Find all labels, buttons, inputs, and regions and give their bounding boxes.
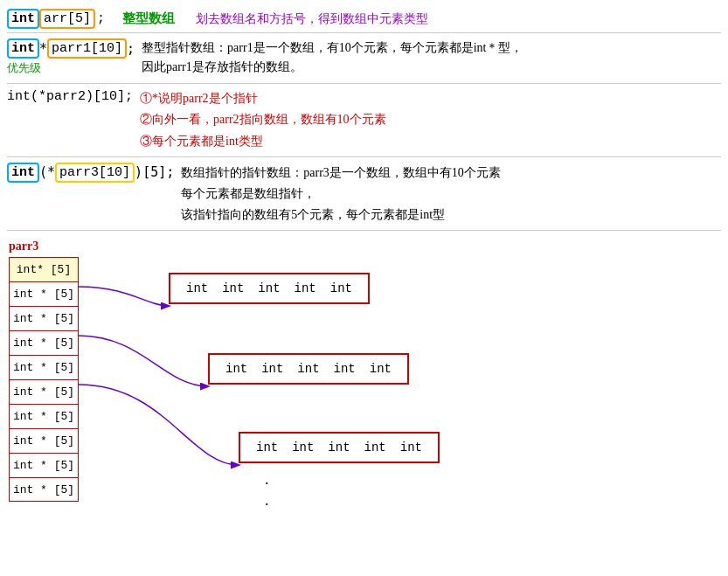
row3: int(*parr2)[10]; ①*说明parr2是个指针 ②向外一看，par…: [7, 84, 721, 157]
kw-int-2: int: [7, 38, 39, 59]
parr3-inner: parr3[10]: [55, 163, 135, 183]
star-1: *: [39, 41, 47, 57]
row1: int arr[5] ; 整型数组 划去数组名和方括号，得到数组中元素类型: [7, 5, 721, 33]
row3-item1: ①*说明parr2是个指针: [140, 89, 386, 108]
semicolon-1: ;: [97, 11, 105, 26]
code-parr3: int ( * parr3[10] ) [5];: [7, 163, 174, 183]
arr-bracket: arr[5]: [39, 9, 95, 29]
star-4: *: [47, 164, 55, 180]
diagram-section: parr3 int* [5] int * [5] int * [5] int *…: [7, 239, 721, 510]
parr3-label: parr3: [9, 239, 38, 253]
close-paren: ): [135, 164, 142, 180]
row3-item3: ③每个元素都是int类型: [140, 132, 386, 151]
code-parr1: int * parr1[10] ;: [7, 38, 135, 59]
row2: int * parr1[10] ; 优先级 整型指针数组：parr1是一个数组，…: [7, 33, 721, 84]
row4-desc1: 数组指针的指针数组：parr3是一个数组，数组中有10个元素: [181, 163, 501, 184]
row4-desc3: 该指针指向的数组有5个元素，每个元素都是int型: [181, 205, 501, 226]
row4: int ( * parr3[10] ) [5]; 数组指针的指针数组：parr3…: [7, 157, 721, 231]
priority-label: 优先级: [7, 60, 41, 76]
row2-desc2: 因此parr1是存放指针的数组。: [142, 58, 523, 77]
row4-right: 数组指针的指针数组：parr3是一个数组，数组中有10个元素 每个元素都是数组指…: [181, 163, 501, 225]
kw-int-1: int: [7, 9, 39, 29]
parr1-bracket: parr1[10]: [47, 38, 127, 59]
label-arr: 整型数组: [122, 10, 175, 27]
row2-right: 整型指针数组：parr1是一个数组，有10个元素，每个元素都是int＊型， 因此…: [142, 38, 523, 78]
row2-desc: 整型指针数组：parr1是一个数组，有10个元素，每个元素都是int＊型，: [142, 38, 523, 58]
arrows-svg: [7, 257, 444, 519]
desc-arr: 划去数组名和方括号，得到数组中元素类型: [196, 11, 428, 27]
code-arr: int arr[5] ;: [7, 9, 105, 29]
semicolon-2: ;: [127, 41, 135, 57]
page: int arr[5] ; 整型数组 划去数组名和方括号，得到数组中元素类型 in…: [0, 0, 728, 516]
kw-int-4: int: [7, 163, 39, 183]
open-paren: (: [39, 164, 47, 180]
code-parr2: int(*parr2)[10];: [7, 89, 133, 104]
row3-item2: ②向外一看，parr2指向数组，数组有10个元素: [140, 110, 386, 129]
row4-desc2: 每个元素都是数组指针，: [181, 184, 501, 205]
arr5: [5];: [142, 164, 174, 180]
row3-right: ①*说明parr2是个指针 ②向外一看，parr2指向数组，数组有10个元素 ③…: [140, 89, 386, 151]
